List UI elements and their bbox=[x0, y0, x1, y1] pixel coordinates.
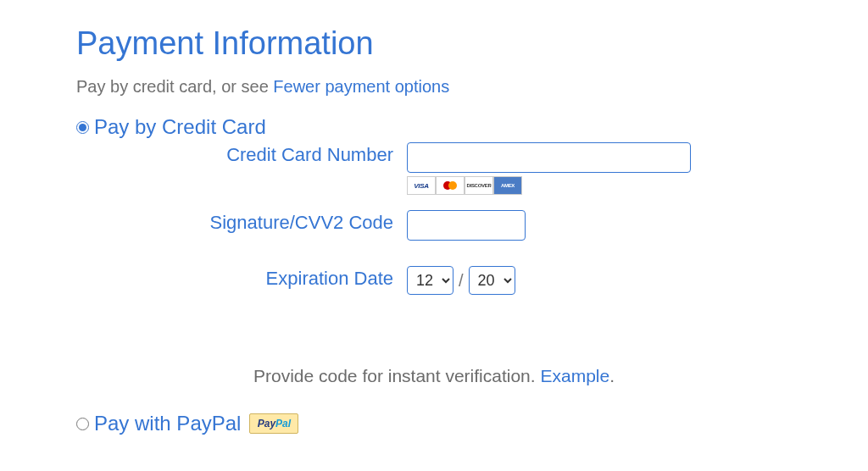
example-link[interactable]: Example bbox=[540, 366, 609, 385]
paypal-option: Pay with PayPal PayPal bbox=[76, 412, 792, 435]
paypal-option-label: Pay with PayPal bbox=[94, 412, 241, 435]
card-brand-icons: VISA DISCOVER AMEX bbox=[407, 176, 792, 195]
cvv-input[interactable] bbox=[407, 210, 526, 241]
amex-icon: AMEX bbox=[493, 176, 522, 195]
page-title: Payment Information bbox=[76, 25, 792, 62]
exp-separator: / bbox=[459, 271, 464, 291]
subtitle-text: Pay by credit card, or see bbox=[76, 77, 273, 96]
expiration-row: Expiration Date 12 / 20 bbox=[76, 266, 792, 307]
discover-icon: DISCOVER bbox=[465, 176, 493, 195]
payment-subtitle: Pay by credit card, or see Fewer payment… bbox=[76, 77, 792, 97]
credit-card-radio[interactable] bbox=[76, 121, 89, 134]
paypal-icon: PayPal bbox=[249, 413, 298, 434]
verification-text: Provide code for instant verification. E… bbox=[76, 366, 792, 386]
cvv-row: Signature/CVV2 Code bbox=[76, 210, 792, 251]
paypal-radio[interactable] bbox=[76, 418, 89, 430]
mastercard-icon bbox=[436, 176, 465, 195]
fewer-options-link[interactable]: Fewer payment options bbox=[273, 77, 449, 96]
verification-prefix: Provide code for instant verification. bbox=[253, 366, 541, 385]
svg-point-1 bbox=[448, 181, 457, 190]
exp-year-select[interactable]: 20 bbox=[469, 266, 515, 295]
exp-month-select[interactable]: 12 bbox=[407, 266, 453, 295]
credit-card-option: Pay by Credit Card Credit Card Number VI… bbox=[76, 115, 792, 307]
expiration-label: Expiration Date bbox=[76, 266, 407, 290]
cc-number-row: Credit Card Number VISA DISCOVER AMEX bbox=[76, 142, 792, 195]
cc-number-label: Credit Card Number bbox=[76, 142, 407, 166]
visa-icon: VISA bbox=[407, 176, 436, 195]
cc-number-input[interactable] bbox=[407, 142, 691, 173]
verification-period: . bbox=[609, 366, 615, 385]
credit-card-option-label: Pay by Credit Card bbox=[94, 115, 266, 139]
cvv-label: Signature/CVV2 Code bbox=[76, 210, 407, 234]
